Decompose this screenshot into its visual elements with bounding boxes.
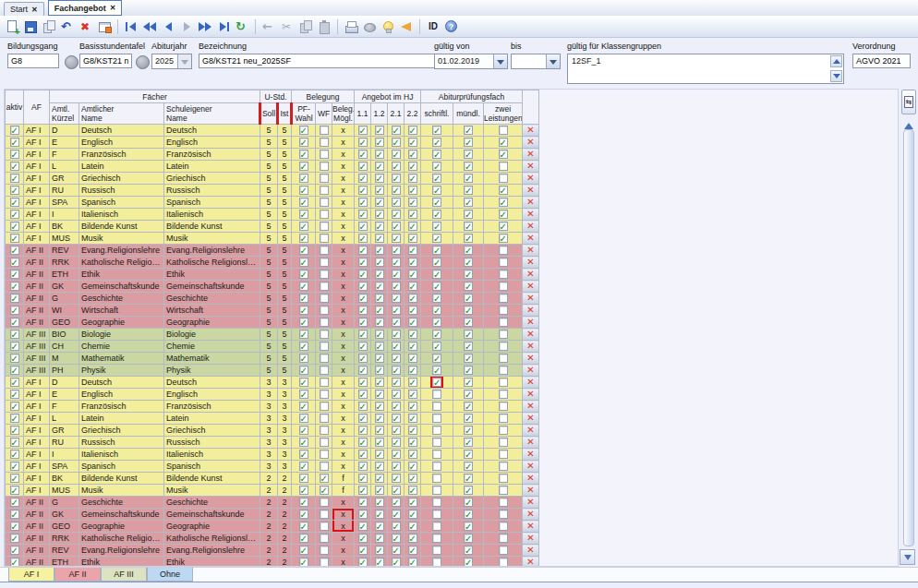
table-row[interactable]: ✓AF IIETHEthikEthik55✓x✓✓✓✓✓✓✕ (6, 269, 539, 281)
checkbox-hj-2-2[interactable]: ✓ (408, 474, 417, 483)
checkbox-zwei-leistungen[interactable] (499, 270, 508, 279)
delete-row-button[interactable]: ✕ (523, 461, 538, 471)
table-row[interactable]: ✓AF IDDeutschDeutsch55✓x✓✓✓✓✓✓✕ (6, 125, 539, 137)
cut-button[interactable] (278, 18, 296, 36)
column-header[interactable]: mündl. (453, 103, 484, 125)
table-row[interactable]: ✓AF ILLateinLatein55✓x✓✓✓✓✓✓✕ (6, 161, 539, 173)
gueltig-von-combobox[interactable]: 01.02.2019 (434, 54, 508, 69)
checkbox-schriftlich[interactable] (432, 486, 441, 495)
last-record-button[interactable] (214, 18, 233, 36)
copy-button[interactable] (296, 18, 315, 36)
checkbox-muendlich[interactable]: ✓ (464, 426, 473, 435)
checkbox-schriftlich[interactable] (432, 426, 441, 435)
table-row[interactable]: ✓AF IFFranzösischFranzösisch33✓x✓✓✓✓✓✕ (6, 401, 539, 413)
checkbox-schriftlich[interactable]: ✓ (432, 222, 441, 231)
checkbox-wf[interactable] (320, 390, 329, 399)
checkbox-schriftlich[interactable] (432, 558, 441, 566)
checkbox-hj-1-2[interactable]: ✓ (375, 258, 384, 267)
checkbox-muendlich[interactable]: ✓ (464, 138, 473, 147)
checkbox-hj-1-1[interactable]: ✓ (358, 234, 368, 243)
checkbox-hj-2-2[interactable]: ✓ (408, 402, 417, 411)
checkbox-aktiv[interactable]: ✓ (10, 486, 19, 495)
checkbox-hj-2-1[interactable]: ✓ (392, 330, 401, 339)
checkbox-muendlich[interactable]: ✓ (464, 342, 473, 351)
checkbox-hj-2-1[interactable]: ✓ (392, 162, 401, 171)
column-header[interactable]: zwei Leistungen (484, 103, 523, 125)
klassengruppen-box[interactable]: 12SF_1 (567, 54, 844, 84)
checkbox-wf[interactable] (320, 354, 329, 363)
checkbox-wf[interactable] (320, 210, 329, 219)
checkbox-pf-wahl[interactable]: ✓ (299, 138, 308, 147)
column-header[interactable]: Amtlicher Name (79, 103, 164, 125)
checkbox-pf-wahl[interactable]: ✓ (299, 510, 308, 519)
checkbox-hj-2-1[interactable]: ✓ (392, 246, 401, 255)
table-row[interactable]: ✓AF IIItalienischItalienisch55✓x✓✓✓✓✓✓✓✕ (6, 209, 539, 221)
checkbox-zwei-leistungen[interactable] (499, 246, 508, 255)
checkbox-muendlich[interactable]: ✓ (464, 210, 473, 219)
checkbox-aktiv[interactable]: ✓ (10, 462, 19, 471)
delete-row-button[interactable]: ✕ (523, 293, 538, 303)
checkbox-hj-2-2[interactable]: ✓ (408, 282, 417, 291)
checkbox-zwei-leistungen[interactable] (499, 318, 508, 327)
checkbox-hj-2-2[interactable]: ✓ (408, 330, 417, 339)
checkbox-pf-wahl[interactable]: ✓ (299, 198, 308, 207)
checkbox-hj-2-1[interactable]: ✓ (392, 174, 401, 183)
delete-row-button[interactable]: ✕ (523, 449, 538, 459)
checkbox-hj-2-1[interactable]: ✓ (392, 198, 401, 207)
checkbox-schriftlich[interactable] (432, 462, 441, 471)
column-header[interactable]: schriftl. (421, 103, 453, 125)
delete-row-button[interactable]: ✕ (523, 557, 538, 566)
checkbox-zwei-leistungen[interactable] (499, 306, 508, 315)
checkbox-hj-1-2[interactable]: ✓ (375, 522, 384, 531)
checkbox-pf-wahl[interactable]: ✓ (299, 246, 308, 255)
checkbox-wf[interactable] (320, 414, 329, 423)
checkbox-hj-2-2[interactable]: ✓ (408, 246, 417, 255)
checkbox-muendlich[interactable]: ✓ (464, 558, 473, 566)
table-row[interactable]: ✓AF IIGKGemeinschaftskundeGemeinschaftsk… (6, 281, 539, 293)
checkbox-aktiv[interactable]: ✓ (10, 450, 19, 459)
checkbox-schriftlich[interactable] (432, 510, 441, 519)
delete-row-button[interactable]: ✕ (523, 401, 538, 411)
hint-button[interactable] (379, 18, 397, 36)
checkbox-schriftlich[interactable]: ✓ (432, 186, 441, 195)
delete-row-button[interactable]: ✕ (523, 329, 538, 339)
af-filter-tab-af-i[interactable]: AF I (8, 568, 54, 582)
checkbox-schriftlich[interactable]: ✓ (432, 294, 441, 303)
table-row[interactable]: ✓AF IIETHEthikEthik22✓x✓✓✓✓✓✕ (6, 557, 539, 567)
checkbox-hj-1-1[interactable]: ✓ (358, 402, 368, 411)
checkbox-zwei-leistungen[interactable] (499, 162, 508, 171)
table-row[interactable]: ✓AF ISPASpanischSpanisch33✓x✓✓✓✓✓✕ (6, 461, 539, 473)
checkbox-zwei-leistungen[interactable] (499, 510, 508, 519)
checkbox-muendlich[interactable]: ✓ (464, 246, 473, 255)
checkbox-hj-2-1[interactable]: ✓ (392, 546, 401, 555)
checkbox-pf-wahl[interactable]: ✓ (299, 546, 308, 555)
checkbox-aktiv[interactable]: ✓ (10, 510, 19, 519)
checkbox-muendlich[interactable]: ✓ (464, 330, 473, 339)
checkbox-wf[interactable] (320, 438, 329, 447)
checkbox-hj-1-2[interactable]: ✓ (375, 246, 384, 255)
checkbox-wf[interactable] (320, 234, 329, 243)
checkbox-hj-2-2[interactable]: ✓ (408, 414, 417, 423)
bis-dropdown-icon[interactable] (546, 54, 560, 68)
checkbox-hj-1-2[interactable]: ✓ (375, 234, 384, 243)
checkbox-hj-2-1[interactable]: ✓ (392, 462, 401, 471)
checkbox-hj-2-2[interactable]: ✓ (408, 258, 417, 267)
checkbox-pf-wahl[interactable]: ✓ (299, 354, 308, 363)
checkbox-zwei-leistungen[interactable] (499, 438, 508, 447)
table-row[interactable]: ✓AF IIREVEvang.ReligionslehreEvang.Relig… (6, 545, 539, 557)
delete-row-button[interactable]: ✕ (523, 317, 538, 327)
checkbox-hj-1-2[interactable]: ✓ (375, 414, 384, 423)
checkbox-hj-2-1[interactable]: ✓ (392, 498, 401, 507)
next-fast-button[interactable] (196, 18, 214, 36)
checkbox-zwei-leistungen[interactable] (499, 258, 508, 267)
checkbox-wf[interactable] (320, 270, 329, 279)
checkbox-hj-1-2[interactable]: ✓ (375, 486, 384, 495)
checkbox-muendlich[interactable]: ✓ (464, 294, 473, 303)
checkbox-hj-2-1[interactable]: ✓ (392, 210, 401, 219)
checkbox-hj-2-1[interactable]: ✓ (392, 318, 401, 327)
checkbox-hj-1-1[interactable]: ✓ (358, 354, 368, 363)
checkbox-schriftlich[interactable]: ✓ (432, 354, 441, 363)
table-row[interactable]: ✓AF IBKBildende KunstBildende Kunst22✓✓f… (6, 473, 539, 485)
checkbox-hj-2-2[interactable]: ✓ (408, 390, 417, 399)
scrollbar-down-button[interactable] (900, 549, 915, 565)
